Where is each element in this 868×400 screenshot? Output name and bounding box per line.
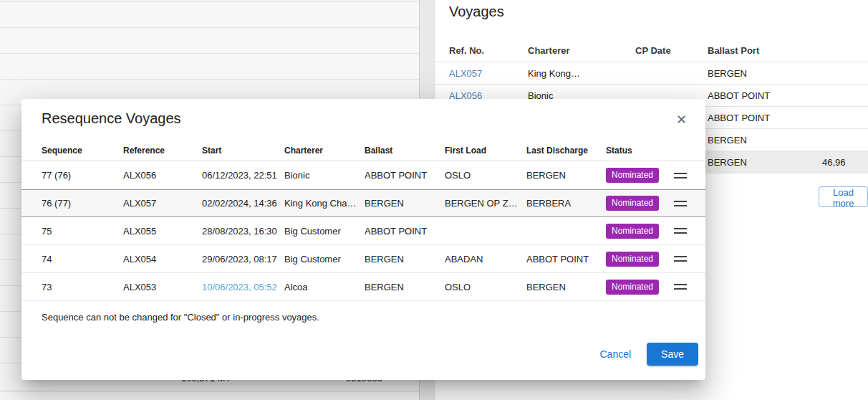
cell-last-discharge: BERGEN bbox=[526, 282, 606, 292]
resequence-row: 74 ALX054 29/06/2023, 08:17 Big Customer… bbox=[21, 245, 705, 273]
voyage-list-row: ALX057 King Kong… BERGEN bbox=[435, 62, 868, 85]
cell-ballast-port: BERGEN bbox=[708, 68, 822, 79]
status-badge: Nominated bbox=[606, 224, 659, 239]
cell-last-discharge: ABBOT POINT bbox=[526, 254, 606, 265]
resequence-header-row: Sequence Reference Start Charterer Balla… bbox=[21, 140, 705, 161]
save-button[interactable]: Save bbox=[647, 343, 698, 366]
cell-reference: ALX057 bbox=[123, 198, 202, 209]
cell-reference: ALX053 bbox=[123, 282, 202, 292]
cell-first-load: BERGEN OP ZOOM bbox=[445, 198, 526, 209]
column-charterer: Charterer bbox=[284, 146, 365, 156]
drag-handle-icon[interactable] bbox=[674, 228, 687, 234]
close-icon[interactable]: ✕ bbox=[669, 110, 694, 129]
resequence-row: 77 (76) ALX056 06/12/2023, 22:51 Bionic … bbox=[21, 161, 705, 189]
cell-reference: ALX054 bbox=[123, 254, 202, 265]
cell-charterer: Bionic bbox=[284, 170, 365, 181]
resequence-table: Sequence Reference Start Charterer Balla… bbox=[21, 140, 705, 301]
cell-amount: 46,96 bbox=[822, 157, 868, 168]
load-more-button[interactable]: Load more bbox=[819, 186, 868, 207]
dialog-header: Resequence Voyages ✕ bbox=[21, 99, 705, 129]
status-badge: Nominated bbox=[606, 280, 659, 295]
column-ballast-port: Ballast Port bbox=[708, 45, 822, 56]
cell-sequence: 76 (77) bbox=[42, 198, 123, 209]
resequence-row-dragging: 76 (77) ALX057 02/02/2024, 14:36 King Ko… bbox=[21, 189, 705, 217]
cell-charterer: King Kong… bbox=[528, 68, 635, 79]
column-first-load: First Load bbox=[445, 146, 526, 156]
voyages-panel-title: Voyages bbox=[449, 4, 504, 20]
cell-ballast-port: BERGEN bbox=[708, 157, 822, 168]
cell-ballast: BERGEN bbox=[365, 198, 445, 209]
column-ref-no: Ref. No. bbox=[449, 45, 528, 56]
drag-handle-icon[interactable] bbox=[674, 284, 687, 290]
cell-sequence: 77 (76) bbox=[42, 170, 123, 181]
cell-ballast: BERGEN bbox=[365, 254, 445, 265]
column-last-discharge: Last Discharge bbox=[526, 146, 606, 156]
cell-start: 02/02/2024, 14:36 bbox=[202, 198, 284, 209]
drag-handle-icon[interactable] bbox=[674, 256, 687, 262]
cell-start: 06/12/2023, 22:51 bbox=[202, 170, 284, 181]
sequence-note: Sequence can not be changed for "Closed"… bbox=[42, 312, 685, 323]
cell-charterer: Alcoa bbox=[284, 282, 365, 292]
cell-sequence: 75 bbox=[42, 226, 123, 237]
cell-last-discharge: BERGEN bbox=[526, 170, 606, 181]
dialog-title: Resequence Voyages bbox=[42, 110, 181, 127]
cell-sequence: 73 bbox=[42, 282, 123, 292]
resequence-voyages-dialog: Resequence Voyages ✕ Sequence Reference … bbox=[21, 99, 705, 380]
dialog-actions: Cancel Save bbox=[21, 343, 705, 366]
cell-charterer: Big Customer bbox=[284, 254, 365, 265]
cancel-button[interactable]: Cancel bbox=[589, 344, 641, 364]
cell-first-load: OSLO bbox=[445, 282, 526, 292]
voyage-ref-link[interactable]: ALX057 bbox=[449, 68, 528, 79]
resequence-row: 73 ALX053 10/06/2023, 05:52 Alcoa BERGEN… bbox=[21, 273, 705, 301]
column-cp-date: CP Date bbox=[635, 45, 708, 56]
cell-ballast-port: ABBOT POINT bbox=[708, 113, 822, 123]
column-ballast: Ballast bbox=[365, 146, 445, 156]
column-start: Start bbox=[202, 146, 284, 156]
background-footer-divider bbox=[0, 391, 419, 391]
status-badge: Nominated bbox=[606, 252, 659, 267]
column-status: Status bbox=[606, 146, 669, 156]
column-charterer: Charterer bbox=[528, 45, 635, 56]
cell-charterer: King Kong Charter bbox=[284, 198, 365, 209]
voyages-header-row: Ref. No. Charterer CP Date Ballast Port bbox=[435, 39, 868, 62]
cell-ballast-port: ABBOT POINT bbox=[708, 90, 822, 101]
cell-first-load: ABADAN bbox=[445, 254, 526, 265]
cell-ballast: ABBOT POINT bbox=[365, 226, 445, 237]
cell-ballast: BERGEN bbox=[365, 282, 445, 292]
cell-sequence: 74 bbox=[42, 254, 123, 265]
drag-handle-icon[interactable] bbox=[674, 173, 687, 178]
column-reference: Reference bbox=[123, 146, 202, 156]
cell-start-link[interactable]: 10/06/2023, 05:52 bbox=[202, 282, 284, 292]
cell-start: 29/06/2023, 08:17 bbox=[202, 254, 284, 265]
resequence-row: 75 ALX055 28/08/2023, 16:30 Big Customer… bbox=[21, 217, 705, 245]
cell-charterer: Big Customer bbox=[284, 226, 365, 237]
drag-handle-icon[interactable] bbox=[674, 201, 687, 206]
column-sequence: Sequence bbox=[42, 146, 123, 156]
cell-last-discharge: BERBERA bbox=[526, 198, 606, 209]
cell-reference: ALX055 bbox=[123, 226, 202, 237]
cell-first-load: OSLO bbox=[445, 170, 526, 181]
status-badge: Nominated bbox=[606, 196, 659, 211]
cell-reference: ALX056 bbox=[123, 170, 202, 181]
cell-ballast-port: BERGEN bbox=[708, 135, 822, 146]
status-badge: Nominated bbox=[606, 168, 659, 183]
cell-start: 28/08/2023, 16:30 bbox=[202, 226, 284, 237]
cell-ballast: ABBOT POINT bbox=[365, 170, 445, 181]
